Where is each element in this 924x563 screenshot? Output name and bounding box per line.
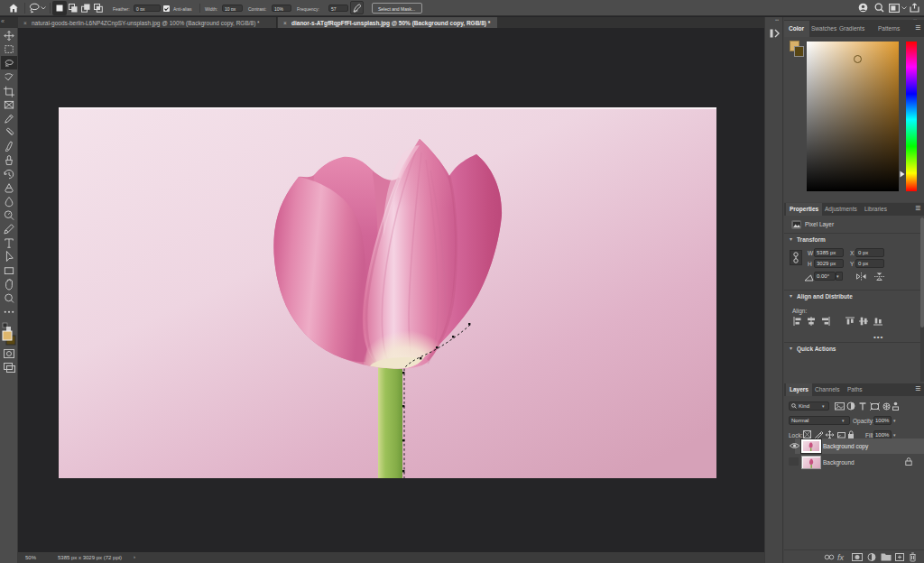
svg-text:fx: fx — [837, 553, 845, 562]
